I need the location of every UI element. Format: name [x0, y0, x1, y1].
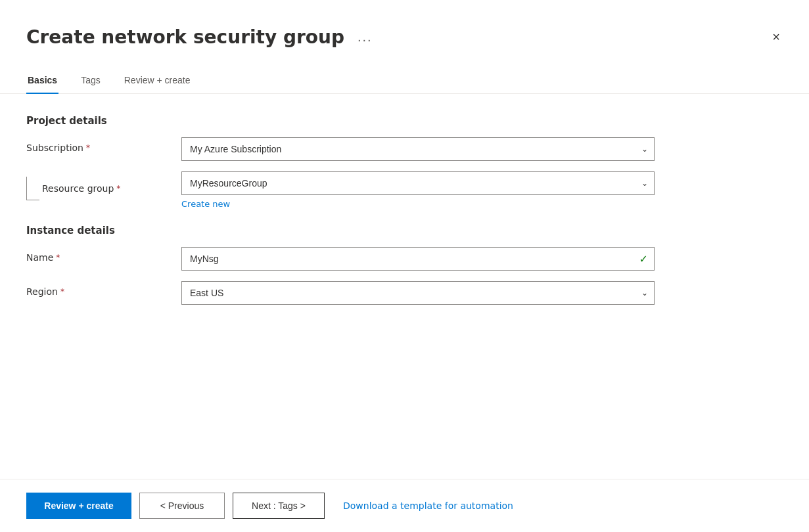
- tab-review-create[interactable]: Review + create: [123, 70, 192, 93]
- region-label: Region *: [26, 281, 171, 297]
- name-row: Name * ✓: [26, 247, 783, 271]
- previous-button[interactable]: < Previous: [139, 493, 225, 519]
- name-required: *: [56, 253, 60, 262]
- create-nsg-dialog: Create network security group ... × Basi…: [0, 0, 809, 532]
- name-control: ✓: [181, 247, 655, 271]
- subscription-required: *: [86, 143, 90, 152]
- name-input[interactable]: [181, 247, 655, 271]
- footer: Review + create < Previous Next : Tags >…: [0, 479, 809, 532]
- subscription-dropdown[interactable]: My Azure Subscription: [181, 137, 655, 161]
- region-dropdown-wrapper: East USWest USEast US 2West EuropeNorth …: [181, 281, 655, 305]
- ellipsis-button[interactable]: ...: [352, 27, 378, 47]
- instance-details-title: Instance details: [26, 225, 783, 236]
- create-new-link[interactable]: Create new: [181, 199, 230, 209]
- resource-group-dropdown[interactable]: MyResourceGroup: [181, 171, 655, 195]
- tab-tags[interactable]: Tags: [80, 70, 102, 93]
- close-button[interactable]: ×: [770, 27, 783, 47]
- subscription-row: Subscription * My Azure Subscription ⌄: [26, 137, 783, 161]
- automation-template-link[interactable]: Download a template for automation: [343, 500, 513, 511]
- tabs-container: Basics Tags Review + create: [0, 49, 809, 94]
- resource-group-control: MyResourceGroup ⌄ Create new: [181, 171, 655, 209]
- resource-group-row: Resource group * MyResourceGroup ⌄ Creat…: [26, 171, 783, 209]
- resource-group-label-area: Resource group *: [26, 171, 171, 200]
- subscription-dropdown-wrapper: My Azure Subscription ⌄: [181, 137, 655, 161]
- region-dropdown[interactable]: East USWest USEast US 2West EuropeNorth …: [181, 281, 655, 305]
- next-button[interactable]: Next : Tags >: [233, 493, 325, 519]
- region-required: *: [60, 287, 64, 296]
- dialog-header: Create network security group ... ×: [0, 0, 809, 49]
- region-row: Region * East USWest USEast US 2West Eur…: [26, 281, 783, 305]
- subscription-label: Subscription *: [26, 137, 171, 153]
- subscription-control: My Azure Subscription ⌄: [181, 137, 655, 161]
- review-create-button[interactable]: Review + create: [26, 493, 131, 519]
- resource-group-dropdown-wrapper: MyResourceGroup ⌄: [181, 171, 655, 195]
- project-details-title: Project details: [26, 115, 783, 127]
- tab-basics[interactable]: Basics: [26, 70, 58, 93]
- name-input-wrapper: ✓: [181, 247, 655, 271]
- region-control: East USWest USEast US 2West EuropeNorth …: [181, 281, 655, 305]
- resource-group-label: Resource group: [42, 183, 114, 194]
- dialog-title-area: Create network security group ...: [26, 26, 378, 49]
- instance-details-section: Instance details Name * ✓ Region: [26, 225, 783, 305]
- indent-line: [26, 177, 39, 200]
- resource-group-required: *: [116, 184, 120, 193]
- form-content: Project details Subscription * My Azure …: [0, 94, 809, 479]
- name-valid-icon: ✓: [639, 252, 648, 265]
- name-label: Name *: [26, 247, 171, 263]
- project-details-section: Project details Subscription * My Azure …: [26, 115, 783, 209]
- dialog-title: Create network security group: [26, 26, 344, 49]
